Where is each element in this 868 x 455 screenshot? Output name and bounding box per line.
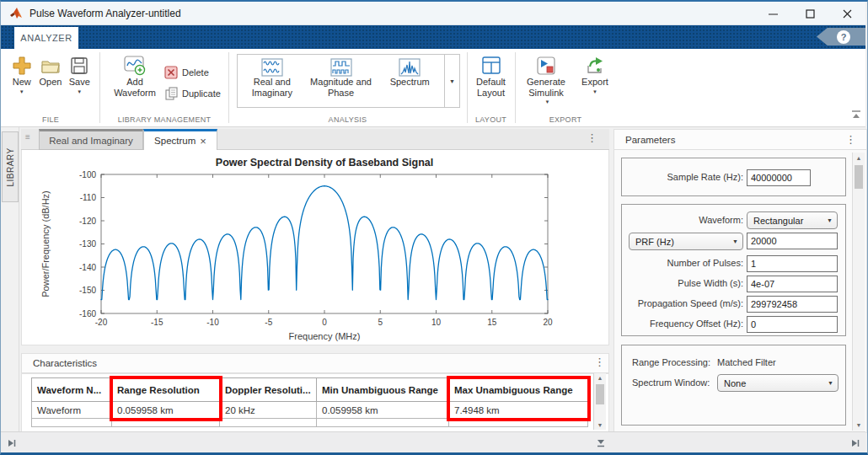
prf-input[interactable] <box>747 233 838 249</box>
library-panel-tab[interactable]: LIBRARY <box>2 131 19 202</box>
table-cell[interactable]: 20 kHz <box>220 402 317 419</box>
scroll-down-icon[interactable]: ▼ <box>853 422 865 428</box>
tab-real-and-imaginary-label: Real and Imaginary <box>49 136 133 146</box>
save-button[interactable]: Save ▼ <box>68 55 90 95</box>
minimize-button[interactable] <box>754 2 791 25</box>
duplicate-icon <box>164 87 178 100</box>
spectrum-window-dropdown[interactable]: None ▼ <box>717 374 839 392</box>
expand-library-icon[interactable] <box>7 438 17 448</box>
characteristics-table-wrap: Waveform N...Range ResolutionDoppler Res… <box>31 377 589 427</box>
characteristics-column-header[interactable]: Min Unambiguous Range <box>317 378 449 402</box>
pulse-width-input[interactable] <box>747 276 838 292</box>
section-label-file: FILE <box>1 115 100 124</box>
help-icon: ? <box>837 30 850 44</box>
characteristics-column-header[interactable]: Doppler Resoluti... <box>220 378 317 402</box>
duplicate-button[interactable]: Duplicate <box>164 87 221 100</box>
svg-text:5: 5 <box>378 318 383 327</box>
table-cell[interactable]: 7.4948 km <box>449 402 588 419</box>
parameters-scrollbar[interactable]: ▲ ▼ <box>852 153 865 431</box>
table-cell[interactable]: 0.059958 km <box>317 402 449 419</box>
magnitude-and-phase-button[interactable]: Magnitude and Phase <box>307 55 376 107</box>
frequency-offset-input[interactable] <box>747 316 838 333</box>
scroll-up-icon[interactable]: ▲ <box>594 375 606 381</box>
open-button[interactable]: Open <box>40 55 62 95</box>
table-cell[interactable]: 0.059958 km <box>112 402 220 419</box>
bottom-strip <box>1 431 865 453</box>
prf-dropdown[interactable]: PRF (Hz) ▼ <box>629 233 743 250</box>
characteristics-column-header[interactable]: Range Resolution <box>112 378 220 402</box>
svg-text:-10: -10 <box>206 318 219 327</box>
waveform-value: Rectangular <box>753 216 803 226</box>
svg-text:-120: -120 <box>79 217 96 226</box>
figure-panel-menu-icon[interactable]: ⋮ <box>587 132 597 143</box>
matlab-logo-icon <box>9 7 23 20</box>
number-of-pulses-input[interactable] <box>747 255 838 272</box>
toolbar-section-export: Generate Simulink ▼ Export ▼ EXPORT <box>515 49 616 126</box>
tab-spectrum[interactable]: Spectrum × <box>143 129 217 150</box>
close-button[interactable] <box>828 2 865 25</box>
sample-rate-input[interactable] <box>747 169 811 186</box>
toolbar-section-analysis: Real and Imaginary Magnitude and Phase <box>228 49 467 126</box>
collapse-ribbon-icon <box>850 110 862 120</box>
table-row[interactable]: Waveform0.059958 km20 kHz0.059958 km7.49… <box>32 402 588 419</box>
collapse-parameters-icon[interactable] <box>850 438 860 448</box>
add-waveform-label: Add Waveform <box>110 77 159 98</box>
waveform-dropdown[interactable]: Rectangular ▼ <box>747 211 838 229</box>
characteristics-title: Characteristics <box>33 358 97 368</box>
frequency-offset-label: Frequency Offset (Hz): <box>622 318 743 329</box>
svg-text:15: 15 <box>487 318 497 327</box>
characteristics-column-header[interactable]: Waveform N... <box>32 378 112 402</box>
maximize-button[interactable] <box>791 2 828 25</box>
propagation-speed-input[interactable] <box>747 296 838 313</box>
scrollbar-thumb[interactable] <box>596 384 604 404</box>
generate-simulink-label: Generate Simulink <box>518 77 574 98</box>
characteristics-column-header[interactable]: Max Unambiguous Range <box>449 378 588 402</box>
svg-text:20: 20 <box>543 318 553 327</box>
analysis-gallery-dropdown[interactable]: ▼ <box>444 55 459 107</box>
delete-icon <box>164 66 178 79</box>
title-bar: Pulse Waveform Analyzer-untitled <box>1 2 865 25</box>
characteristics-scrollbar[interactable]: ▲ ▼ <box>593 373 606 430</box>
sample-rate-label: Sample Rate (Hz): <box>622 172 743 182</box>
spectrum-window-caret-icon: ▼ <box>828 380 833 386</box>
default-layout-button[interactable]: Default Layout <box>469 55 512 98</box>
tab-real-and-imaginary[interactable]: Real and Imaginary <box>39 129 143 150</box>
propagation-speed-label: Propagation Speed (m/s): <box>622 298 743 308</box>
add-waveform-button[interactable]: Add Waveform <box>110 55 159 98</box>
help-button[interactable]: ? <box>817 28 865 46</box>
waveform-caret-icon: ▼ <box>827 217 833 223</box>
delete-label: Delete <box>182 67 209 78</box>
new-button[interactable]: New ▼ <box>11 55 33 95</box>
table-cell[interactable]: Waveform <box>32 402 112 419</box>
spectrum-icon <box>398 58 421 77</box>
scrollbar-thumb[interactable] <box>855 165 863 189</box>
export-button[interactable]: Export ▼ <box>577 55 613 95</box>
document-tab-bar: ≡ Real and Imaginary Spectrum × ⋮ <box>21 129 609 150</box>
minimize-characteristics-icon[interactable] <box>596 438 606 448</box>
analysis-gallery: Real and Imaginary Magnitude and Phase <box>237 54 460 108</box>
parameters-menu-icon[interactable]: ⋮ <box>845 134 856 145</box>
tab-close-icon[interactable]: × <box>200 136 206 147</box>
minimize-ribbon-button[interactable] <box>850 108 862 123</box>
window-title: Pulse Waveform Analyzer-untitled <box>29 8 181 19</box>
new-plus-icon <box>11 55 33 77</box>
real-and-imaginary-button[interactable]: Real and Imaginary <box>238 55 307 107</box>
real-and-imaginary-icon <box>260 58 284 77</box>
save-floppy-icon <box>68 55 90 77</box>
range-processing-label: Range Processing: <box>632 357 710 367</box>
ribbon-tab-bar: ANALYZER ? <box>1 25 865 49</box>
section-label-export: EXPORT <box>515 115 616 124</box>
delete-button[interactable]: Delete <box>164 66 209 79</box>
new-label: New <box>13 77 31 88</box>
svg-text:-110: -110 <box>80 193 97 202</box>
export-icon <box>584 55 606 77</box>
scroll-down-icon[interactable]: ▼ <box>594 422 606 428</box>
svg-text:Power/Frequency (dB/Hz): Power/Frequency (dB/Hz) <box>40 190 51 297</box>
tab-bar-grip-icon[interactable]: ≡ <box>25 132 30 142</box>
ribbon-tab-analyzer[interactable]: ANALYZER <box>14 27 78 49</box>
spectrum-button[interactable]: Spectrum <box>375 55 444 107</box>
default-layout-label: Default Layout <box>469 77 512 98</box>
prf-caret-icon: ▼ <box>732 238 738 244</box>
scroll-up-icon[interactable]: ▲ <box>853 155 865 161</box>
generate-simulink-button[interactable]: Generate Simulink ▼ <box>518 55 574 105</box>
